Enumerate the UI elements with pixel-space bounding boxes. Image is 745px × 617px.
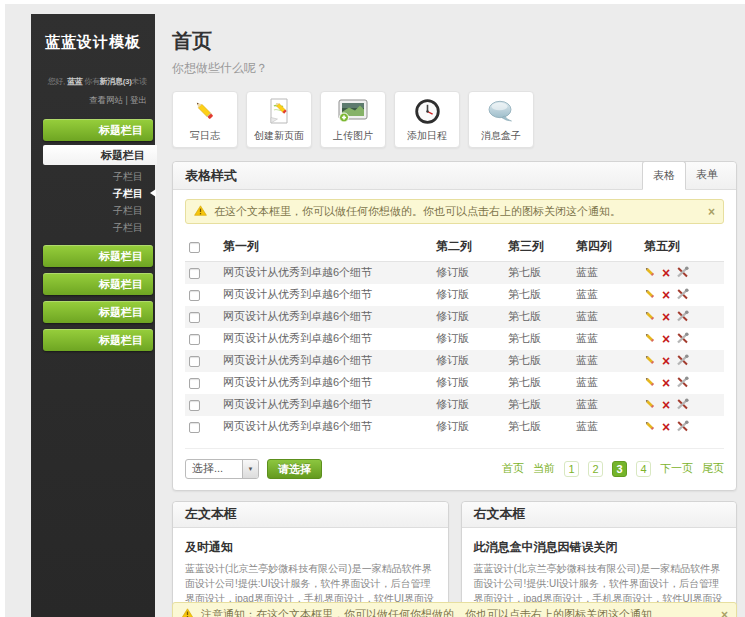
row-checkbox[interactable] (189, 378, 200, 389)
pagination-page-3-current[interactable]: 3 (612, 461, 627, 477)
warning-icon (194, 205, 207, 218)
upload-image-button[interactable]: 上传图片 (320, 91, 386, 148)
view-site-link[interactable]: 查看网站 (89, 95, 123, 105)
pagination-next[interactable]: 下一页 (660, 461, 693, 476)
row-checkbox[interactable] (189, 312, 200, 323)
edit-icon[interactable] (644, 420, 656, 434)
table-row: 网页设计从优秀到卓越6个细节 修订版 第七版 蓝蓝 × (185, 350, 724, 372)
row-version[interactable]: 修订版 (432, 284, 504, 306)
close-icon[interactable]: × (721, 609, 728, 617)
row-checkbox[interactable] (189, 290, 200, 301)
row-version[interactable]: 修订版 (432, 328, 504, 350)
sidebar-item-section-2-active[interactable]: 标题栏目 (43, 145, 157, 165)
tools-icon[interactable] (676, 310, 689, 324)
sidebar-subitem-4[interactable]: 子栏目 (31, 219, 155, 236)
row-version[interactable]: 修订版 (432, 262, 504, 284)
row-title: 网页设计从优秀到卓越6个细节 (219, 328, 432, 350)
sidebar-subitem-1[interactable]: 子栏目 (31, 168, 155, 185)
delete-icon[interactable]: × (662, 355, 670, 367)
row-title: 网页设计从优秀到卓越6个细节 (219, 372, 432, 394)
pagination-last[interactable]: 尾页 (702, 461, 724, 476)
add-schedule-label: 添加日程 (407, 129, 447, 143)
pagination-prev[interactable]: 当前 (533, 461, 555, 476)
edit-icon[interactable] (644, 398, 656, 412)
tools-icon[interactable] (676, 398, 689, 412)
tools-icon[interactable] (676, 420, 689, 434)
delete-icon[interactable]: × (662, 421, 670, 433)
add-schedule-button[interactable]: 添加日程 (394, 91, 460, 148)
pagination-page-4[interactable]: 4 (636, 461, 651, 477)
right-text-panel-title: 右文本框 (474, 505, 526, 523)
account-links: 查看网站 | 登出 (31, 95, 155, 107)
edit-icon[interactable] (644, 266, 656, 280)
pagination: 首页 当前 1 2 3 4 下一页 尾页 (502, 461, 724, 477)
bulk-action-select[interactable]: 选择... ▼ (185, 459, 259, 479)
new-messages-link[interactable]: 新消息(3) (100, 77, 132, 86)
close-icon[interactable]: × (708, 206, 715, 218)
table-panel-title: 表格样式 (185, 167, 237, 185)
table-row: 网页设计从优秀到卓越6个细节 修订版 第七版 蓝蓝 × (185, 416, 724, 438)
tools-icon[interactable] (676, 288, 689, 302)
delete-icon[interactable]: × (662, 267, 670, 279)
column-header-5: 第五列 (640, 232, 724, 262)
bottom-notice: 注意通知：在这个文本框里，你可以做任何你想做的。你也可以点击右上的图标关闭这个通… (172, 602, 737, 617)
delete-icon[interactable]: × (662, 289, 670, 301)
delete-icon[interactable]: × (662, 311, 670, 323)
pagination-first[interactable]: 首页 (502, 461, 524, 476)
row-title: 网页设计从优秀到卓越6个细节 (219, 306, 432, 328)
tools-icon[interactable] (676, 376, 689, 390)
pagination-page-2[interactable]: 2 (588, 461, 603, 477)
row-actions: × (640, 350, 724, 372)
select-all-checkbox[interactable] (189, 242, 200, 253)
row-checkbox[interactable] (189, 334, 200, 345)
sidebar-subitem-label: 子栏目 (113, 188, 143, 199)
tab-form[interactable]: 表单 (686, 161, 728, 190)
sidebar-item-section-3[interactable]: 标题栏目 (43, 245, 153, 267)
sidebar-subitem-2-active[interactable]: 子栏目 (31, 185, 155, 202)
row-author: 蓝蓝 (572, 284, 640, 306)
row-version[interactable]: 修订版 (432, 416, 504, 438)
tools-icon[interactable] (676, 354, 689, 368)
tools-icon[interactable] (676, 266, 689, 280)
left-text-panel-header: 左文本框 (173, 502, 448, 528)
pagination-page-1[interactable]: 1 (564, 461, 579, 477)
edit-icon[interactable] (644, 310, 656, 324)
edit-icon[interactable] (644, 332, 656, 346)
tools-icon[interactable] (676, 332, 689, 346)
row-actions: × (640, 306, 724, 328)
row-version[interactable]: 修订版 (432, 350, 504, 372)
delete-icon[interactable]: × (662, 377, 670, 389)
sidebar-item-section-5[interactable]: 标题栏目 (43, 301, 153, 323)
sidebar-item-section-1[interactable]: 标题栏目 (43, 119, 153, 141)
edit-icon[interactable] (644, 376, 656, 390)
row-version[interactable]: 修订版 (432, 306, 504, 328)
row-checkbox[interactable] (189, 422, 200, 433)
row-version[interactable]: 修订版 (432, 372, 504, 394)
create-page-button[interactable]: 创建新页面 (246, 91, 312, 148)
row-version[interactable]: 修订版 (432, 394, 504, 416)
edit-icon[interactable] (644, 354, 656, 368)
row-checkbox[interactable] (189, 400, 200, 411)
username-link[interactable]: 蓝蓝 (67, 77, 82, 86)
tab-table[interactable]: 表格 (642, 161, 686, 190)
left-text-panel-title: 左文本框 (185, 505, 237, 523)
sidebar-item-section-4[interactable]: 标题栏目 (43, 273, 153, 295)
row-author: 蓝蓝 (572, 394, 640, 416)
row-checkbox[interactable] (189, 356, 200, 367)
sidebar: 蓝蓝设计模板 您好, 蓝蓝 你有新消息(3)未读 查看网站 | 登出 标题栏目 … (31, 14, 155, 617)
right-text-panel: 右文本框 此消息盒中消息因错误关闭 蓝蓝设计(北京兰亭妙微科技有限公司)是一家精… (461, 501, 738, 617)
message-box-button[interactable]: 消息盒子 (468, 91, 534, 148)
table-body: 网页设计从优秀到卓越6个细节 修订版 第七版 蓝蓝 × 网页设计从优秀到卓越6个… (185, 262, 724, 438)
greeting-prefix: 您好, (48, 77, 67, 86)
apply-selection-button[interactable]: 请选择 (267, 459, 322, 479)
write-log-button[interactable]: 写日志 (172, 91, 238, 148)
delete-icon[interactable]: × (662, 333, 670, 345)
right-text-panel-header: 右文本框 (462, 502, 737, 528)
sidebar-subitem-3[interactable]: 子栏目 (31, 202, 155, 219)
sidebar-item-section-6[interactable]: 标题栏目 (43, 329, 153, 351)
row-checkbox[interactable] (189, 268, 200, 279)
warning-icon (181, 608, 194, 617)
edit-icon[interactable] (644, 288, 656, 302)
logout-link[interactable]: 登出 (130, 95, 147, 105)
delete-icon[interactable]: × (662, 399, 670, 411)
